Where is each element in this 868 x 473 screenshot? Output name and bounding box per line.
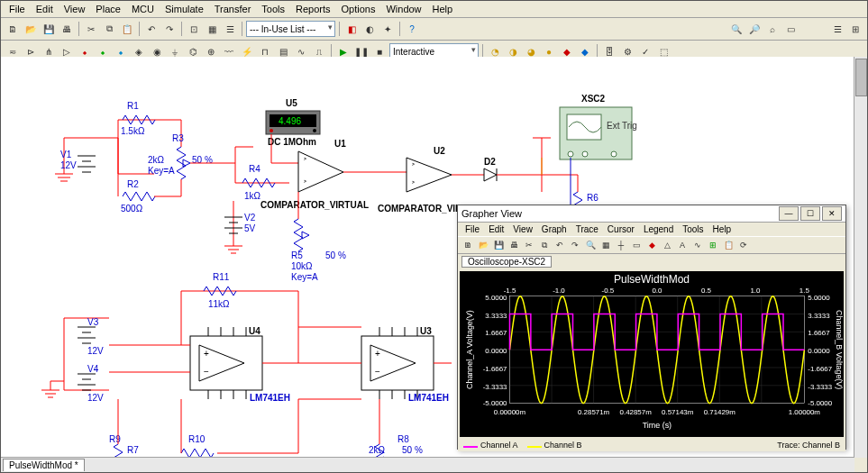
svg-text:1.00000m: 1.00000m [789,408,821,416]
detail-view-icon[interactable]: ⊞ [847,21,863,37]
save-icon[interactable]: 💾 [41,21,57,37]
menu-mcu[interactable]: MCU [127,3,159,15]
g-marker-icon[interactable]: △ [660,238,674,252]
list-view-icon[interactable]: ☰ [829,21,845,37]
help-icon[interactable]: ? [404,21,420,37]
tool-a-icon[interactable]: ◧ [343,21,360,37]
gmenu-legend[interactable]: Legend [640,223,677,235]
open-icon[interactable]: 📂 [23,21,39,37]
component-d2[interactable]: D2 [484,157,497,181]
paste-icon[interactable]: 📋 [119,21,135,37]
g-print-icon[interactable]: 🖶 [507,238,521,252]
component-u2[interactable]: ˃ ˃ U2 COMPARATOR_VIRTUAL [378,146,486,214]
layers-icon[interactable]: ☰ [222,21,238,37]
gmenu-cursor[interactable]: Cursor [604,223,638,235]
gmenu-view[interactable]: View [509,223,536,235]
component-u4[interactable]: + − U4 LM741EH [190,326,290,403]
grapher-plot[interactable]: PulseWidthMod 5.0000 3.3333 1.6667 0.000… [460,271,844,437]
component-r8[interactable]: R8 2kΩ 50 % Key=A [369,434,423,458]
component-r3[interactable]: R3 2kΩ 50 % Key=A [148,133,213,179]
cut-icon[interactable]: ✂ [83,21,99,37]
grapher-titlebar[interactable]: Grapher View — ☐ ✕ [458,205,845,223]
tool-b-icon[interactable]: ◐ [361,21,378,37]
horizontal-scrollbar[interactable]: PulseWidthMod * [1,457,854,472]
grapher-status: Trace: Channel B [777,441,840,450]
tool-c-icon[interactable]: ✦ [379,21,396,37]
menu-window[interactable]: Window [381,3,425,15]
undo-icon[interactable]: ↶ [143,21,160,37]
gmenu-file[interactable]: File [461,223,483,235]
menu-file[interactable]: File [5,3,30,15]
svg-text:-1.0: -1.0 [553,287,565,295]
zoom-area-icon[interactable]: ⌕ [764,21,781,37]
print-icon[interactable]: 🖶 [59,21,75,37]
maximize-icon[interactable]: ☐ [800,206,820,221]
component-v2[interactable]: V2 5V [224,201,256,253]
zoom-page-icon[interactable]: ▭ [782,21,799,37]
zoom-fit-icon[interactable]: ⊡ [186,21,202,37]
gmenu-trace[interactable]: Trace [572,223,602,235]
component-r2[interactable]: R2 500Ω [121,179,155,214]
svg-text:−: − [204,367,209,377]
component-v3[interactable]: V3 12V [78,317,104,356]
g-legend-icon[interactable]: ▭ [629,238,644,252]
g-cursor-icon[interactable]: ┼ [614,238,628,252]
instrument-xsc2[interactable]: Ext Trig XSC2 [560,94,637,159]
copy-icon[interactable]: ⧉ [101,21,117,37]
menu-tools[interactable]: Tools [257,3,289,15]
component-u3[interactable]: + − U3 LM741EH [361,326,449,403]
new-icon[interactable]: 🗎 [5,21,21,37]
zoom-out-icon[interactable]: 🔎 [746,21,763,37]
svg-rect-49 [190,336,262,390]
g-new-icon[interactable]: 🗎 [461,238,475,252]
grid-icon[interactable]: ▦ [204,21,220,37]
svg-text:R6: R6 [587,193,598,203]
gmenu-edit[interactable]: Edit [485,223,507,235]
vertical-scrollbar[interactable] [854,57,867,458]
g-export-icon[interactable]: ∿ [690,238,705,252]
menu-transfer[interactable]: Transfer [210,3,256,15]
g-grid-icon[interactable]: ▦ [598,238,613,252]
svg-text:5.0000: 5.0000 [808,294,830,302]
close-icon[interactable]: ✕ [822,206,842,221]
component-v1[interactable]: V1 12V [60,150,96,172]
g-color-icon[interactable]: ◆ [644,238,659,252]
g-text-icon[interactable]: A [675,238,690,252]
component-r10[interactable]: R10 10kΩ [181,434,214,458]
menu-reports[interactable]: Reports [291,3,335,15]
zoom-in-icon[interactable]: 🔍 [728,21,745,37]
g-copy-icon[interactable]: ⧉ [537,238,552,252]
g-save-icon[interactable]: 💾 [491,238,506,252]
grapher-tab-scope[interactable]: Oscilloscope-XSC2 [461,256,552,268]
menu-edit[interactable]: Edit [32,3,58,15]
component-u1[interactable]: ˃ ˃ U1 COMPARATOR_VIRTUAL [260,139,369,210]
component-v4[interactable]: V4 12V [78,364,104,403]
svg-point-40 [582,151,588,157]
gmenu-graph[interactable]: Graph [538,223,571,235]
in-use-list-combo[interactable]: --- In-Use List --- [246,21,335,37]
grapher-legend: Channel A Channel B Trace: Channel B [458,439,845,451]
menu-place[interactable]: Place [91,3,125,15]
component-u5-meter[interactable]: 4.496 U5 DC 1MOhm [266,98,320,147]
g-refresh-icon[interactable]: ⟳ [736,238,751,252]
component-r1[interactable]: R1 1.5kΩ [121,101,155,136]
g-redo-icon[interactable]: ↷ [568,238,582,252]
design-tab[interactable]: PulseWidthMod * [3,459,85,471]
component-r9-r7[interactable]: R9 R7 1kΩ [109,434,144,458]
g-open-icon[interactable]: 📂 [476,238,490,252]
grapher-window[interactable]: Grapher View — ☐ ✕ File Edit View Graph … [457,205,846,450]
menu-view[interactable]: View [59,3,90,15]
g-excel-icon[interactable]: ⊞ [706,238,720,252]
redo-icon[interactable]: ↷ [161,21,178,37]
g-clip-icon[interactable]: 📋 [721,238,736,252]
minimize-icon[interactable]: — [779,206,799,221]
g-zoom-icon[interactable]: 🔍 [583,238,598,252]
svg-text:Ext Trig: Ext Trig [607,121,637,131]
menu-options[interactable]: Options [337,3,380,15]
gmenu-help[interactable]: Help [709,223,736,235]
gmenu-tools[interactable]: Tools [679,223,707,235]
g-cut-icon[interactable]: ✂ [522,238,536,252]
menu-help[interactable]: Help [428,3,458,15]
g-undo-icon[interactable]: ↶ [553,238,567,252]
menu-simulate[interactable]: Simulate [160,3,208,15]
